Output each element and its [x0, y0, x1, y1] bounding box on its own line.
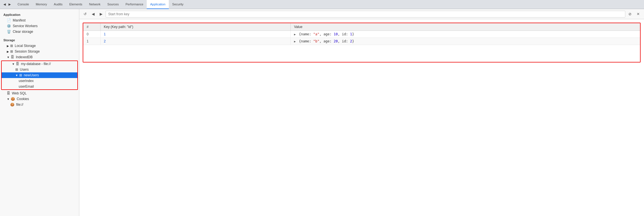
sidebar-item-web-sql[interactable]: 🗄 Web SQL [0, 90, 79, 96]
sidebar: Application 📄 Manifest ⚙️ Service Worker… [0, 9, 79, 216]
service-workers-icon: ⚙️ [7, 24, 11, 28]
tab-bar: ◀ ▶ Console Memory Audits Elements Netwo… [0, 0, 644, 9]
data-table: # Key (Key path: "id") Value 0 1 [83, 23, 640, 62]
close-button[interactable]: ✕ [635, 11, 642, 17]
tab-security[interactable]: Security [169, 0, 187, 9]
main-layout: Application 📄 Manifest ⚙️ Service Worker… [0, 9, 644, 216]
sidebar-item-indexeddb[interactable]: ▼ 🗄 IndexedDB [0, 54, 79, 60]
prev-button[interactable]: ◀ [90, 11, 97, 17]
sidebar-item-cookies[interactable]: ▼ 🍪 Cookies [0, 96, 79, 102]
expand-arrow-1[interactable]: ▶ [294, 40, 296, 43]
users-table-icon: ⊞ [15, 68, 18, 72]
row-1-key[interactable]: 2 [100, 38, 291, 45]
local-storage-icon: ⊞ [10, 44, 13, 48]
row-0-key[interactable]: 1 [100, 31, 291, 38]
table-row: 1 2 ▶ {name: "b", age: 20, id: 2} [83, 38, 640, 45]
forward-button[interactable]: ▶ [7, 2, 12, 7]
web-sql-icon: 🗄 [7, 91, 10, 95]
clear-storage-icon: 🗑️ [7, 30, 11, 34]
indexeddb-icon: 🗄 [11, 55, 14, 59]
toolbar: ↺ ◀ ▶ ⊘ ✕ [79, 9, 644, 19]
new-users-chevron: ▼ [15, 74, 18, 77]
sidebar-item-session-storage[interactable]: ▶ ⊞ Session Storage [0, 49, 79, 54]
row-1-value: ▶ {name: "b", age: 20, id: 2} [291, 38, 640, 45]
refresh-button[interactable]: ↺ [82, 11, 89, 17]
expand-arrow-0[interactable]: ▶ [294, 33, 296, 36]
session-storage-chevron: ▶ [7, 50, 9, 53]
table-container: # Key (Key path: "id") Value 0 1 [83, 23, 641, 62]
search-input[interactable] [106, 11, 625, 18]
tab-memory[interactable]: Memory [32, 0, 50, 9]
sidebar-item-my-database[interactable]: ▼ 🗄 my-database - file:// [2, 61, 77, 67]
sidebar-item-users[interactable]: ⊞ Users [2, 67, 77, 72]
sidebar-item-user-index[interactable]: userIndex [2, 78, 77, 84]
tab-network[interactable]: Network [86, 0, 104, 9]
section-application-title: Application [0, 11, 79, 18]
sidebar-item-manifest[interactable]: 📄 Manifest [0, 18, 79, 23]
tab-application[interactable]: Application [147, 0, 169, 9]
session-storage-icon: ⊞ [10, 49, 13, 53]
col-hash: # [83, 23, 100, 31]
table-header-row: # Key (Key path: "id") Value [83, 23, 640, 31]
row-0-value: ▶ {name: "a", age: 10, id: 1} [291, 31, 640, 38]
cookies-icon: 🍪 [11, 97, 15, 101]
cancel-search-button[interactable]: ⊘ [626, 11, 634, 17]
col-key: Key (Key path: "id") [100, 23, 291, 31]
table-empty-row [83, 45, 640, 62]
my-database-icon: 🗄 [16, 62, 19, 66]
next-button[interactable]: ▶ [98, 11, 105, 17]
tab-elements[interactable]: Elements [66, 0, 86, 9]
my-database-chevron: ▼ [12, 62, 15, 66]
value-text-1: {name: "b", age: 20, id: 2} [299, 39, 354, 43]
cookies-chevron: ▼ [7, 98, 10, 101]
indexeddb-chevron: ▼ [7, 56, 10, 59]
content-area: ↺ ◀ ▶ ⊘ ✕ # Key (Key path: "id") Value [79, 9, 644, 216]
local-storage-chevron: ▶ [7, 44, 9, 47]
tab-sources[interactable]: Sources [104, 0, 122, 9]
section-storage-title: Storage [0, 37, 79, 43]
sidebar-item-file-url[interactable]: 🍪 file:// [0, 102, 79, 107]
new-users-table-icon: ⊞ [19, 73, 22, 77]
sidebar-item-service-workers[interactable]: ⚙️ Service Workers [0, 23, 79, 29]
sidebar-item-user-email[interactable]: userEmail [2, 84, 77, 89]
tab-performance[interactable]: Performance [122, 0, 147, 9]
sidebar-item-clear-storage[interactable]: 🗑️ Clear storage [0, 29, 79, 34]
back-button[interactable]: ◀ [2, 2, 7, 7]
tab-bar-nav: ◀ ▶ [2, 2, 12, 7]
table-row: 0 1 ▶ {name: "a", age: 10, id: 1} [83, 31, 640, 38]
file-url-icon: 🍪 [10, 103, 14, 107]
tab-audits[interactable]: Audits [50, 0, 66, 9]
table-wrapper: # Key (Key path: "id") Value 0 1 [79, 19, 644, 216]
value-text-0: {name: "a", age: 10, id: 1} [299, 32, 354, 36]
tab-console[interactable]: Console [14, 0, 32, 9]
row-1-index: 1 [83, 38, 100, 45]
sidebar-item-local-storage[interactable]: ▶ ⊞ Local Storage [0, 43, 79, 49]
indexeddb-highlight-box: ▼ 🗄 my-database - file:// ⊞ Users ▼ ⊞ ne… [1, 61, 78, 90]
col-value: Value [291, 23, 640, 31]
sidebar-item-new-users[interactable]: ▼ ⊞ newUsers [2, 72, 77, 78]
manifest-icon: 📄 [7, 18, 11, 22]
row-0-index: 0 [83, 31, 100, 38]
